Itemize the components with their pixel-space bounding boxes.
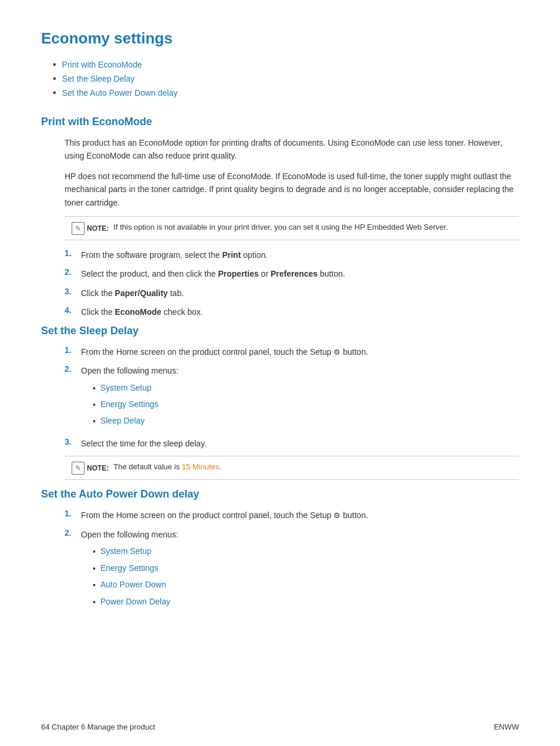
power-link-energysettings[interactable]: Energy Settings (100, 562, 158, 574)
power-link-systemsetup[interactable]: System Setup (100, 545, 151, 557)
step-text-3: Click the Paper/Quality tab. (81, 287, 519, 300)
toc-link-sleepDelay[interactable]: Set the Sleep Delay (62, 74, 135, 83)
note-label-sleep: NOTE: (87, 464, 109, 472)
note-text-econoMode: If this option is not available in your … (113, 221, 448, 233)
section-title-sleepDelay: Set the Sleep Delay (41, 325, 519, 337)
power-sub-item-2: Energy Settings (93, 562, 519, 575)
powerDown-step-2: 2. Open the following menus: System Setu… (65, 528, 519, 611)
step-4-econoMode: 4. Click the EconoMode check box. (65, 305, 519, 318)
section-title-econoMode: Print with EconoMode (41, 116, 519, 128)
toc-list: Print with EconoMode Set the Sleep Delay… (53, 59, 519, 98)
sleepDelay-step-1: 1. From the Home screen on the product c… (65, 345, 519, 359)
toc-link-econoMode[interactable]: Print with EconoMode (62, 60, 142, 69)
sleep-step-num-1: 1. (65, 345, 76, 355)
note-doc-icon-sleep (72, 462, 85, 475)
power-sub-item-4: Power Down Delay (93, 595, 519, 609)
toc-item-sleepDelay: Set the Sleep Delay (53, 73, 519, 84)
setup-gear-icon: ⚙ (333, 347, 340, 359)
sleepDelay-steps: 1. From the Home screen on the product c… (65, 345, 519, 451)
power-setup-gear-icon: ⚙ (333, 510, 340, 522)
section-content-powerDown: 1. From the Home screen on the product c… (65, 509, 519, 611)
sleep-sub-item-3: Sleep Delay (93, 414, 519, 428)
note-label-econoMode: NOTE: (87, 224, 109, 233)
powerDown-steps: 1. From the Home screen on the product c… (65, 509, 519, 611)
note-text-sleep: The default value is 15 Minutes. (113, 461, 221, 473)
step-text-1: From the software program, select the Pr… (81, 248, 519, 261)
power-link-autopowerdown[interactable]: Auto Power Down (100, 578, 166, 591)
sleep-step-text-1: From the Home screen on the product cont… (81, 345, 519, 359)
power-link-powerdowndelay[interactable]: Power Down Delay (100, 595, 170, 608)
step-2-econoMode: 2. Select the product, and then click th… (65, 267, 519, 280)
sleep-link-sleepdelay[interactable]: Sleep Delay (100, 414, 145, 427)
toc-link-powerDown[interactable]: Set the Auto Power Down delay (62, 88, 178, 98)
note-document-icon (72, 222, 85, 235)
sleep-sub-item-2: Energy Settings (93, 398, 519, 411)
sleep-step-num-2: 2. (65, 364, 76, 374)
section-content-econoMode: This product has an EconoMode option for… (65, 136, 519, 319)
sleep-step-text-3: Select the time for the sleep delay. (81, 437, 519, 450)
power-step-num-2: 2. (65, 528, 76, 537)
step-text-4: Click the EconoMode check box. (81, 305, 519, 318)
step-text-2: Select the product, and then click the P… (81, 267, 519, 280)
step-num-3: 3. (65, 287, 76, 296)
power-step-text-1: From the Home screen on the product cont… (81, 509, 519, 522)
step-num-1: 1. (65, 248, 76, 258)
sleep-step-num-3: 3. (65, 437, 76, 446)
power-step-text-2: Open the following menus: System Setup E… (81, 528, 519, 611)
sleep-link-systemsetup[interactable]: System Setup (100, 381, 151, 394)
sleep-default-value: 15 Minutes (182, 462, 220, 471)
footer-right: ENWW (494, 723, 519, 731)
sleepDelay-note-box: NOTE: The default value is 15 Minutes. (65, 456, 519, 480)
econoMode-note-box: NOTE: If this option is not available in… (65, 216, 519, 240)
footer-left: 64 Chapter 6 Manage the product (41, 723, 155, 731)
econoMode-steps: 1. From the software program, select the… (65, 248, 519, 319)
toc-item-powerDown: Set the Auto Power Down delay (53, 88, 519, 98)
step-1-econoMode: 1. From the software program, select the… (65, 248, 519, 261)
sleepDelay-step-3: 3. Select the time for the sleep delay. (65, 437, 519, 450)
sleepDelay-step-2: 2. Open the following menus: System Setu… (65, 364, 519, 431)
sleep-sub-item-1: System Setup (93, 381, 519, 395)
section-title-powerDown: Set the Auto Power Down delay (41, 488, 519, 500)
note-icon-sleep: NOTE: (72, 462, 109, 475)
page-footer: 64 Chapter 6 Manage the product ENWW (41, 723, 519, 731)
step-num-4: 4. (65, 305, 76, 315)
econoMode-para2: HP does not recommend the full-time use … (65, 170, 519, 209)
section-content-sleepDelay: 1. From the Home screen on the product c… (65, 345, 519, 480)
power-sub-item-3: Auto Power Down (93, 578, 519, 592)
power-step-num-1: 1. (65, 509, 76, 518)
step-3-econoMode: 3. Click the Paper/Quality tab. (65, 287, 519, 300)
sleep-step-text-2: Open the following menus: System Setup E… (81, 364, 519, 431)
sleep-sub-list: System Setup Energy Settings Sleep Delay (93, 381, 519, 428)
step-num-2: 2. (65, 267, 76, 277)
sleep-link-energysettings[interactable]: Energy Settings (100, 398, 158, 411)
page-title: Economy settings (41, 29, 519, 48)
power-sub-item-1: System Setup (93, 545, 519, 558)
note-icon-econoMode: NOTE: (72, 222, 109, 235)
toc-item-econoMode: Print with EconoMode (53, 59, 519, 70)
econoMode-para1: This product has an EconoMode option for… (65, 136, 519, 163)
powerDown-step-1: 1. From the Home screen on the product c… (65, 509, 519, 522)
power-sub-list: System Setup Energy Settings Auto Power … (93, 545, 519, 609)
